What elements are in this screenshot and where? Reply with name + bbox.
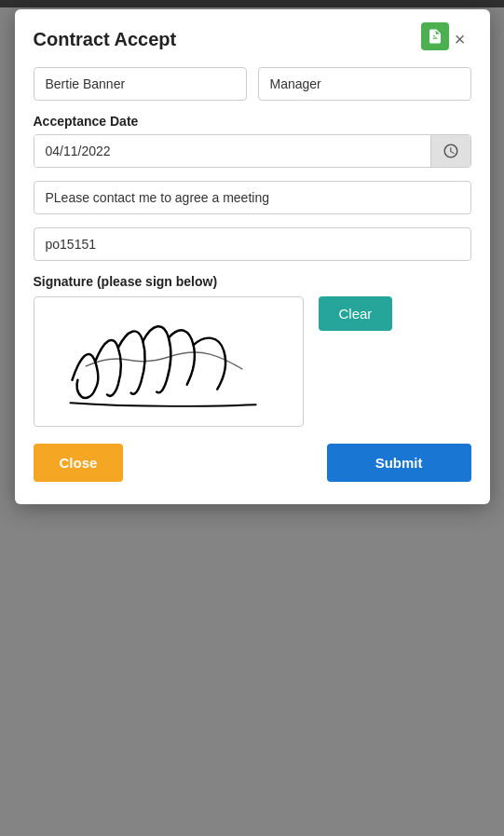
po-field[interactable] bbox=[34, 227, 471, 261]
clear-signature-button[interactable]: Clear bbox=[319, 296, 393, 331]
clock-icon bbox=[443, 143, 459, 159]
date-picker-button[interactable] bbox=[430, 135, 470, 167]
acceptance-date-group: Acceptance Date bbox=[34, 114, 471, 168]
signature-canvas[interactable] bbox=[34, 296, 304, 427]
date-input[interactable] bbox=[34, 135, 430, 167]
document-icon bbox=[427, 28, 443, 45]
po-group bbox=[34, 227, 471, 261]
signature-drawing bbox=[34, 297, 303, 426]
modal-title: Contract Accept bbox=[34, 29, 177, 50]
date-input-wrapper bbox=[34, 134, 471, 168]
signature-section: Signature (please sign below) bbox=[34, 274, 471, 427]
submit-button[interactable]: Submit bbox=[327, 444, 471, 482]
message-group bbox=[34, 181, 471, 214]
close-modal-button[interactable]: Close bbox=[34, 444, 124, 482]
message-field[interactable] bbox=[34, 181, 471, 214]
modal-overlay: Contract Accept × Acceptance Date bbox=[0, 0, 504, 836]
contract-accept-modal: Contract Accept × Acceptance Date bbox=[15, 9, 490, 504]
modal-close-button[interactable]: × bbox=[449, 28, 471, 50]
modal-footer: Close Submit bbox=[34, 444, 471, 482]
name-role-row bbox=[34, 67, 471, 101]
name-field[interactable] bbox=[34, 67, 247, 101]
modal-header: Contract Accept × bbox=[34, 28, 471, 50]
modal-icon-badge bbox=[421, 22, 449, 50]
role-field[interactable] bbox=[258, 67, 471, 101]
signature-row: Clear bbox=[34, 296, 471, 427]
signature-label: Signature (please sign below) bbox=[34, 274, 471, 289]
acceptance-date-label: Acceptance Date bbox=[34, 114, 471, 129]
